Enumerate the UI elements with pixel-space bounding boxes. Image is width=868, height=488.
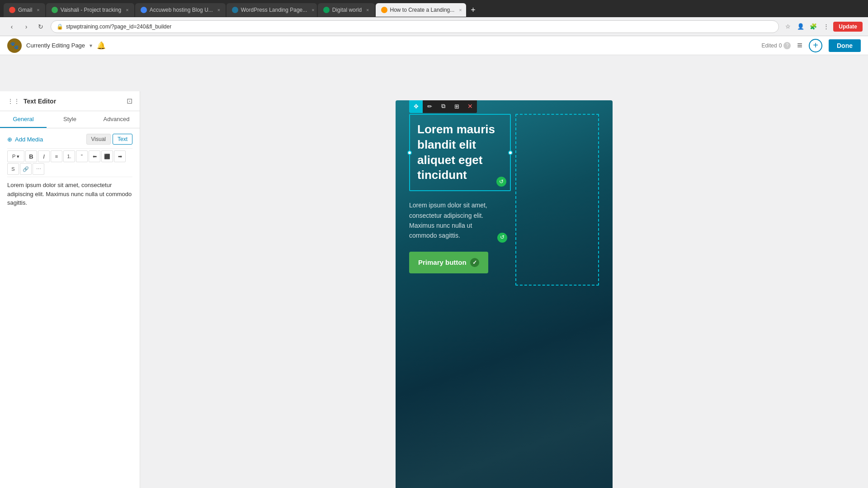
tab-bar: Gmail × Vaishali - Project tracking × Ac… bbox=[0, 0, 868, 17]
tab-label-accuweb: Accuweb hosting Blog U... bbox=[150, 7, 213, 13]
tab-vaishali[interactable]: Vaishali - Project tracking × bbox=[46, 3, 134, 17]
text-view-button[interactable]: Text bbox=[113, 134, 132, 145]
tab-general[interactable]: General bbox=[0, 111, 47, 128]
main-layout: ⋮⋮ Text Editor ⊡ General Style Advanced … bbox=[0, 91, 868, 488]
move-tool-button[interactable]: ✥ bbox=[409, 100, 423, 113]
lock-icon: 🔒 bbox=[57, 23, 63, 30]
canvas-area: ✥ ✏ ⧉ ⊞ ✕ Lorem mauris blandit elit aliq… bbox=[140, 91, 868, 488]
refresh-button[interactable]: ↻ bbox=[34, 20, 47, 33]
edited-status: Edited 0 ? bbox=[762, 42, 791, 49]
editing-page-label: Currently Editing Page bbox=[26, 42, 85, 49]
new-tab-button[interactable]: + bbox=[467, 4, 480, 16]
add-widget-button[interactable]: + bbox=[809, 39, 822, 52]
tab-advanced[interactable]: Advanced bbox=[93, 111, 140, 128]
edit-tool-button[interactable]: ✏ bbox=[423, 100, 436, 113]
more-options-button[interactable]: ⋯ bbox=[33, 163, 44, 175]
body-text: Lorem ipsum dolor sit amet, consectetur … bbox=[409, 200, 511, 241]
check-icon: ✓ bbox=[470, 258, 479, 267]
tab-style[interactable]: Style bbox=[47, 111, 93, 128]
left-column: ✥ ✏ ⧉ ⊞ ✕ Lorem mauris blandit elit aliq… bbox=[409, 114, 511, 286]
help-icon[interactable]: ? bbox=[783, 42, 791, 49]
profile-icon[interactable]: 👤 bbox=[795, 21, 806, 32]
tab-label-howto: How to Create a Landing... bbox=[390, 7, 455, 13]
dropdown-icon[interactable]: ▾ bbox=[90, 42, 92, 49]
duplicate-tool-button[interactable]: ⧉ bbox=[436, 100, 450, 113]
sidebar-panel: ⋮⋮ Text Editor ⊡ General Style Advanced … bbox=[0, 91, 140, 488]
url-text: stpwptraining.com/?page_id=240&fl_builde… bbox=[66, 23, 171, 30]
add-media-button[interactable]: ⊕ Add Media bbox=[7, 136, 43, 143]
wordpress-favicon bbox=[232, 7, 238, 13]
editor-textarea[interactable]: Lorem ipsum dolor sit amet, consectetur … bbox=[7, 181, 132, 488]
regenerate-body-icon[interactable]: ↺ bbox=[497, 233, 507, 243]
tab-wordpress[interactable]: WordPress Landing Page... × bbox=[226, 3, 317, 17]
page-preview: ✥ ✏ ⧉ ⊞ ✕ Lorem mauris blandit elit aliq… bbox=[396, 100, 613, 488]
tab-howto[interactable]: How to Create a Landing... × bbox=[376, 3, 466, 17]
tab-close-gmail[interactable]: × bbox=[37, 7, 39, 13]
extensions-icon[interactable]: 🧩 bbox=[808, 21, 819, 32]
add-media-row: ⊕ Add Media Visual Text bbox=[7, 134, 132, 145]
bell-icon[interactable]: 🔔 bbox=[97, 41, 106, 50]
tab-close-digital[interactable]: × bbox=[366, 7, 369, 13]
link-button[interactable]: 🔗 bbox=[20, 163, 32, 175]
sidebar-title-row: ⋮⋮ Text Editor bbox=[7, 98, 56, 105]
vaishali-favicon bbox=[52, 7, 58, 13]
tab-close-wordpress[interactable]: × bbox=[311, 7, 314, 13]
accuweb-favicon bbox=[141, 7, 147, 13]
list-view-icon[interactable]: ≡ bbox=[797, 40, 802, 51]
align-right-button[interactable]: ➡ bbox=[114, 150, 126, 162]
blockquote-button[interactable]: " bbox=[76, 150, 88, 162]
wp-top-right: Edited 0 ? ≡ + Done bbox=[762, 39, 861, 52]
sidebar-header: ⋮⋮ Text Editor ⊡ bbox=[0, 91, 140, 111]
selected-heading-element[interactable]: ✥ ✏ ⧉ ⊞ ✕ Lorem mauris blandit elit aliq… bbox=[409, 114, 511, 191]
tab-accuweb[interactable]: Accuweb hosting Blog U... × bbox=[135, 3, 226, 17]
tab-gmail[interactable]: Gmail × bbox=[4, 3, 45, 17]
edited-count: 0 bbox=[779, 42, 782, 49]
heading-text: Lorem mauris blandit elit aliquet eget t… bbox=[410, 115, 510, 190]
right-column-placeholder[interactable] bbox=[515, 114, 599, 286]
view-toggle: Visual Text bbox=[86, 134, 132, 145]
gmail-favicon bbox=[9, 7, 15, 13]
tab-close-vaishali[interactable]: × bbox=[126, 7, 128, 13]
tab-close-howto[interactable]: × bbox=[459, 7, 462, 13]
settings-tool-button[interactable]: ⊞ bbox=[450, 100, 463, 113]
tab-label-wordpress: WordPress Landing Page... bbox=[241, 7, 307, 13]
address-actions: ☆ 👤 🧩 ⋮ Update bbox=[783, 21, 863, 32]
tab-label-vaishali: Vaishali - Project tracking bbox=[61, 7, 122, 13]
done-button[interactable]: Done bbox=[829, 39, 861, 52]
bold-button[interactable]: B bbox=[25, 150, 37, 162]
sidebar-content: ⊕ Add Media Visual Text P ▾ B I ≡ 1. " ⬅… bbox=[0, 128, 140, 488]
update-button[interactable]: Update bbox=[833, 22, 863, 32]
tab-close-accuweb[interactable]: × bbox=[217, 7, 220, 13]
preview-inner: ✥ ✏ ⧉ ⊞ ✕ Lorem mauris blandit elit aliq… bbox=[396, 100, 613, 304]
tab-digital[interactable]: Digital world × bbox=[318, 3, 375, 17]
align-center-button[interactable]: ⬛ bbox=[101, 150, 113, 162]
italic-button[interactable]: I bbox=[38, 150, 50, 162]
two-col-row: ✥ ✏ ⧉ ⊞ ✕ Lorem mauris blandit elit aliq… bbox=[409, 114, 599, 286]
visual-view-button[interactable]: Visual bbox=[86, 134, 111, 145]
paragraph-button[interactable]: P ▾ bbox=[7, 150, 24, 162]
close-tool-button[interactable]: ✕ bbox=[463, 100, 477, 113]
add-media-icon: ⊕ bbox=[7, 136, 12, 143]
menu-icon[interactable]: ⋮ bbox=[821, 21, 831, 32]
forward-button[interactable]: › bbox=[20, 20, 33, 33]
primary-button[interactable]: Primary button ✓ bbox=[409, 252, 488, 273]
url-bar[interactable]: 🔒 stpwptraining.com/?page_id=240&fl_buil… bbox=[51, 20, 779, 33]
site-logo[interactable]: 🐾 bbox=[7, 38, 22, 53]
unordered-list-button[interactable]: ≡ bbox=[51, 150, 62, 162]
ordered-list-button[interactable]: 1. bbox=[63, 150, 75, 162]
nav-buttons: ‹ › ↻ bbox=[5, 20, 47, 33]
sidebar-title: Text Editor bbox=[24, 98, 56, 105]
add-media-label: Add Media bbox=[15, 136, 43, 143]
howto-favicon bbox=[381, 7, 387, 13]
sidebar-tabs: General Style Advanced bbox=[0, 111, 140, 128]
tab-label-digital: Digital world bbox=[332, 7, 362, 13]
strikethrough-button[interactable]: S bbox=[7, 163, 19, 175]
align-left-button[interactable]: ⬅ bbox=[89, 150, 100, 162]
digital-favicon bbox=[323, 7, 330, 13]
sidebar-drag-icon: ⋮⋮ bbox=[7, 98, 20, 105]
bookmark-icon[interactable]: ☆ bbox=[783, 21, 793, 32]
sidebar-minimize-icon[interactable]: ⊡ bbox=[127, 97, 132, 105]
resize-handle-right[interactable] bbox=[508, 150, 513, 155]
back-button[interactable]: ‹ bbox=[5, 20, 18, 33]
resize-handle-left[interactable] bbox=[407, 150, 412, 155]
